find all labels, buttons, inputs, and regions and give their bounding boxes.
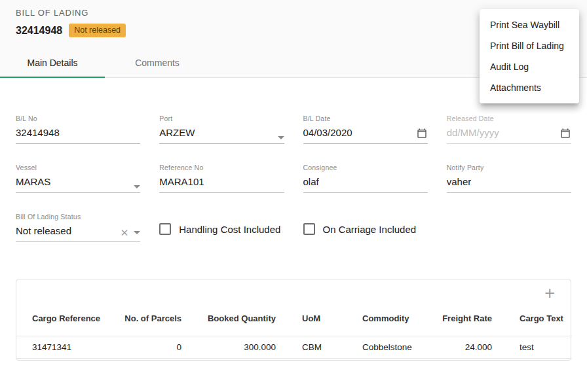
add-cargo-button[interactable]: +	[543, 285, 556, 302]
field-bl-no: B/L No 32414948	[16, 115, 140, 144]
bl-no-label: B/L No	[16, 115, 140, 122]
tab-comments[interactable]: Comments	[105, 48, 210, 77]
cell-booked-quantity: 300.000	[181, 336, 276, 359]
field-vessel: Vessel MARAS	[16, 164, 140, 193]
on-carriage-checkbox-row: On Carriage Included	[303, 223, 428, 235]
cell-cargo-text: test	[492, 336, 572, 359]
vessel-label: Vessel	[16, 164, 140, 171]
reference-no-label: Reference No	[159, 164, 284, 171]
port-label: Port	[159, 115, 284, 122]
on-carriage-checkbox[interactable]	[303, 223, 315, 235]
bl-status-label: Bill Of Lading Status	[16, 213, 140, 221]
main-content: B/L No 32414948 Port ARZEW B/L Date 04/0…	[0, 78, 587, 361]
column-header-cargo-reference: Cargo Reference	[16, 303, 117, 336]
field-reference-no: Reference No MARA101	[159, 164, 284, 193]
bl-no-input[interactable]: 32414948	[16, 127, 140, 139]
menu-item-print-bill-of-lading[interactable]: Print Bill of Lading	[480, 35, 579, 56]
column-header-freight-rate: Freight Rate	[438, 303, 492, 336]
cell-cargo-reference: 31471341	[16, 336, 117, 359]
document-number: 32414948	[16, 25, 62, 37]
notify-party-label: Notify Party	[447, 164, 571, 171]
released-date-input[interactable]: dd/MM/yyyy	[447, 127, 571, 139]
bl-form-row-2: Vessel MARAS Reference No MARA101 Consig…	[16, 164, 571, 193]
handling-cost-checkbox-row: Handling Cost Included	[159, 223, 284, 235]
cell-uom: CBM	[276, 336, 362, 359]
actions-menu: Print Sea Waybill Print Bill of Lading A…	[480, 9, 579, 103]
handling-cost-checkbox[interactable]	[159, 223, 171, 235]
cell-freight-rate: 24.000	[438, 336, 492, 359]
calendar-icon[interactable]	[559, 128, 571, 139]
cargo-table: Cargo Reference No. of Parcels Booked Qu…	[16, 303, 572, 359]
status-badge: Not released	[69, 24, 126, 37]
field-bl-status: Bill Of Lading Status Not released ✕	[16, 213, 140, 242]
bl-form-row-1: B/L No 32414948 Port ARZEW B/L Date 04/0…	[16, 115, 571, 144]
column-header-cargo-text: Cargo Text	[492, 303, 572, 336]
bl-date-label: B/L Date	[303, 115, 428, 122]
bl-date-input[interactable]: 04/03/2020	[303, 127, 428, 139]
cargo-card: + Cargo Reference No. of Parcels Booked …	[16, 279, 571, 361]
field-consignee: Consignee olaf	[303, 164, 428, 193]
table-row[interactable]: 31471341 0 300.000 CBM Cobbelstone 24.00…	[16, 336, 572, 359]
handling-cost-label: Handling Cost Included	[179, 224, 280, 235]
released-date-label: Released Date	[447, 115, 571, 122]
field-released-date: Released Date dd/MM/yyyy	[447, 115, 571, 144]
column-header-no-of-parcels: No. of Parcels	[117, 303, 181, 336]
consignee-input[interactable]: olaf	[303, 176, 428, 188]
cell-commodity: Cobbelstone	[362, 336, 438, 359]
field-bl-date: B/L Date 04/03/2020	[303, 115, 428, 144]
consignee-label: Consignee	[303, 164, 428, 171]
clear-icon[interactable]: ✕	[121, 228, 129, 238]
chevron-down-icon[interactable]	[278, 136, 284, 139]
tab-main-details[interactable]: Main Details	[0, 48, 105, 77]
column-header-commodity: Commodity	[362, 303, 438, 336]
menu-item-print-sea-waybill[interactable]: Print Sea Waybill	[480, 14, 579, 35]
vessel-select[interactable]: MARAS	[16, 176, 140, 188]
field-port: Port ARZEW	[159, 115, 284, 144]
cargo-card-toolbar: +	[16, 279, 571, 303]
bl-form-row-3: Bill Of Lading Status Not released ✕ Han…	[16, 213, 571, 242]
cargo-table-header-row: Cargo Reference No. of Parcels Booked Qu…	[16, 303, 572, 336]
column-header-booked-quantity: Booked Quantity	[181, 303, 276, 336]
menu-item-audit-log[interactable]: Audit Log	[480, 56, 579, 77]
column-header-uom: UoM	[276, 303, 362, 336]
notify-party-input[interactable]: vaher	[447, 176, 571, 188]
reference-no-input[interactable]: MARA101	[159, 176, 284, 188]
menu-item-attachments[interactable]: Attachments	[480, 77, 579, 98]
field-notify-party: Notify Party vaher	[447, 164, 571, 193]
chevron-down-icon[interactable]	[134, 231, 140, 234]
cell-no-of-parcels: 0	[117, 336, 181, 359]
on-carriage-label: On Carriage Included	[323, 224, 417, 235]
port-select[interactable]: ARZEW	[159, 127, 284, 139]
calendar-icon[interactable]	[416, 128, 428, 139]
chevron-down-icon[interactable]	[134, 185, 140, 188]
